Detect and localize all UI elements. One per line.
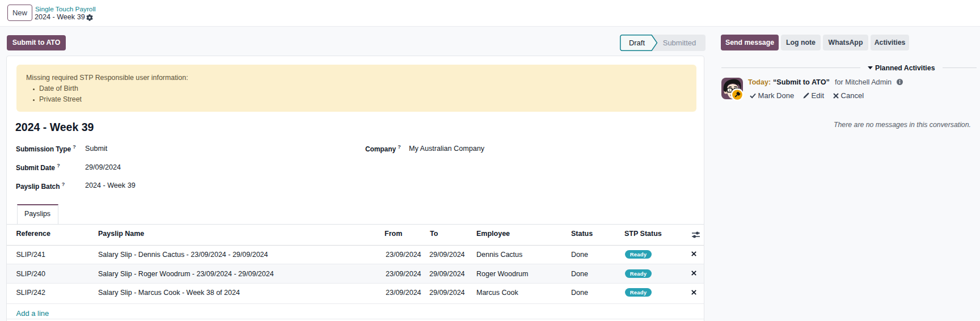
svg-text:Submitted: Submitted	[663, 39, 696, 47]
svg-text:Draft: Draft	[629, 39, 645, 47]
